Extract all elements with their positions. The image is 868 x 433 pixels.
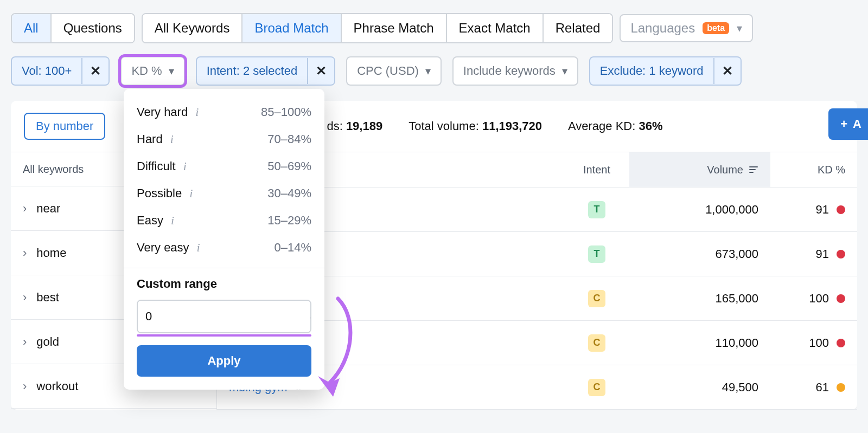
- plus-icon: +: [840, 117, 847, 131]
- kd-option-range: 15–29%: [267, 214, 311, 228]
- filter-include[interactable]: Include keywords ▾: [452, 56, 578, 86]
- chevron-right-icon: ›: [23, 246, 27, 260]
- col-intent[interactable]: Intent: [564, 152, 629, 187]
- kd-option-label: Hard: [137, 132, 163, 146]
- sort-desc-icon: [749, 165, 758, 175]
- kd-option-hard[interactable]: Hardi70–84%: [124, 126, 324, 153]
- filter-volume[interactable]: Vol: 100+ ✕: [11, 56, 110, 86]
- chevron-down-icon: ▾: [169, 64, 174, 77]
- tab-group-match: All Keywords Broad Match Phrase Match Ex…: [142, 13, 614, 43]
- kd-dot-icon: [837, 250, 845, 258]
- custom-range-inputs: [137, 300, 311, 333]
- info-icon: i: [189, 186, 193, 201]
- filter-cpc[interactable]: CPC (USD) ▾: [346, 56, 442, 86]
- kd-option-range: 50–69%: [267, 159, 311, 173]
- cell-intent: T: [564, 245, 629, 263]
- chevron-right-icon: ›: [23, 290, 27, 305]
- range-to-input[interactable]: [302, 301, 311, 332]
- tab-related[interactable]: Related: [544, 14, 612, 42]
- tabs-row: All Questions All Keywords Broad Match P…: [0, 0, 868, 56]
- cell-kd: 61: [770, 380, 857, 395]
- sidebar-item-label: near: [36, 202, 60, 216]
- chevron-right-icon: ›: [23, 335, 27, 349]
- kd-option-label: Easy: [137, 214, 163, 228]
- kd-option-range: 30–49%: [267, 186, 311, 201]
- filter-include-label: Include keywords: [463, 64, 556, 78]
- divider: [124, 268, 324, 268]
- sidebar-item-label: workout: [36, 379, 78, 393]
- kd-option-label: Very hard: [137, 105, 188, 119]
- filter-intent-label: Intent: 2 selected: [197, 57, 308, 85]
- kd-dot-icon: [837, 294, 845, 303]
- kd-option-very-hard[interactable]: Very hardi85–100%: [124, 99, 324, 126]
- sidebar-item-label: gold: [36, 335, 59, 349]
- chevron-right-icon: ›: [23, 202, 27, 216]
- stats-group: ds: 19,189 Total volume: 11,193,720 Aver…: [327, 119, 662, 133]
- sidebar-item-label: home: [36, 246, 66, 260]
- kd-dot-icon: [837, 339, 845, 347]
- tab-broad-match[interactable]: Broad Match: [242, 14, 341, 42]
- tab-all-keywords[interactable]: All Keywords: [143, 14, 243, 42]
- filter-exclude-close[interactable]: ✕: [713, 58, 741, 84]
- intent-badge: C: [588, 290, 605, 307]
- info-icon: i: [170, 132, 174, 146]
- col-kd[interactable]: KD %: [770, 152, 857, 187]
- apply-button[interactable]: Apply: [137, 345, 311, 377]
- kd-option-range: 70–84%: [267, 132, 311, 146]
- intent-badge: C: [588, 379, 605, 396]
- chevron-down-icon: ▾: [562, 64, 567, 77]
- add-button[interactable]: + A: [828, 108, 868, 140]
- cell-volume: 165,000: [629, 292, 770, 306]
- stat-keywords: ds: 19,189: [327, 119, 382, 133]
- intent-badge: C: [588, 334, 605, 352]
- cell-kd: 91: [770, 203, 857, 217]
- annotation-underline: [137, 334, 311, 337]
- cell-volume: 673,000: [629, 247, 770, 261]
- tab-phrase-match[interactable]: Phrase Match: [342, 14, 447, 42]
- cell-kd: 91: [770, 247, 857, 261]
- kd-option-range: 0–14%: [274, 241, 311, 255]
- tab-group-scope: All Questions: [11, 13, 135, 43]
- filter-cpc-label: CPC (USD): [357, 64, 419, 78]
- kd-option-possible[interactable]: Possiblei30–49%: [124, 180, 324, 207]
- chevron-down-icon: ▾: [737, 22, 742, 35]
- languages-label: Languages: [630, 21, 695, 36]
- range-from-input[interactable]: [138, 301, 302, 332]
- kd-dot-icon: [837, 383, 845, 392]
- filter-intent-close[interactable]: ✕: [307, 58, 334, 84]
- cell-volume: 110,000: [629, 336, 770, 350]
- kd-option-easy[interactable]: Easyi15–29%: [124, 207, 324, 234]
- tab-exact-match[interactable]: Exact Match: [447, 14, 544, 42]
- kd-option-range: 85–100%: [261, 105, 311, 119]
- cell-kd: 100: [770, 336, 857, 350]
- add-button-label: A: [853, 117, 861, 131]
- filter-kd-label: KD %: [131, 64, 162, 78]
- kd-popover: Very hardi85–100%Hardi70–84%Difficulti50…: [124, 89, 324, 390]
- cell-volume: 49,500: [629, 380, 770, 395]
- filter-volume-close[interactable]: ✕: [81, 58, 108, 84]
- info-icon: i: [183, 159, 187, 173]
- filter-volume-label: Vol: 100+: [12, 57, 81, 85]
- info-icon: i: [195, 105, 199, 119]
- cell-intent: C: [564, 379, 629, 396]
- tab-all[interactable]: All: [12, 14, 52, 42]
- kd-dot-icon: [837, 205, 845, 214]
- kd-option-very-easy[interactable]: Very easyi0–14%: [124, 234, 324, 261]
- kd-option-label: Very easy: [137, 241, 189, 255]
- cell-volume: 1,000,000: [629, 203, 770, 217]
- custom-range-title: Custom range: [137, 277, 311, 291]
- beta-badge: beta: [703, 22, 729, 34]
- kd-option-label: Possible: [137, 186, 182, 201]
- kd-option-difficult[interactable]: Difficulti50–69%: [124, 153, 324, 180]
- chevron-down-icon: ▾: [425, 64, 431, 77]
- filter-kd[interactable]: KD % ▾: [120, 56, 184, 86]
- kd-option-label: Difficult: [137, 159, 176, 173]
- filter-exclude[interactable]: Exclude: 1 keyword ✕: [589, 56, 742, 86]
- intent-badge: T: [588, 245, 605, 263]
- tab-questions[interactable]: Questions: [52, 14, 134, 42]
- filter-intent[interactable]: Intent: 2 selected ✕: [196, 56, 336, 86]
- stat-volume: Total volume: 11,193,720: [409, 119, 542, 133]
- by-number-button[interactable]: By number: [24, 113, 105, 140]
- languages-dropdown[interactable]: Languages beta ▾: [620, 14, 753, 42]
- col-volume[interactable]: Volume: [629, 152, 770, 187]
